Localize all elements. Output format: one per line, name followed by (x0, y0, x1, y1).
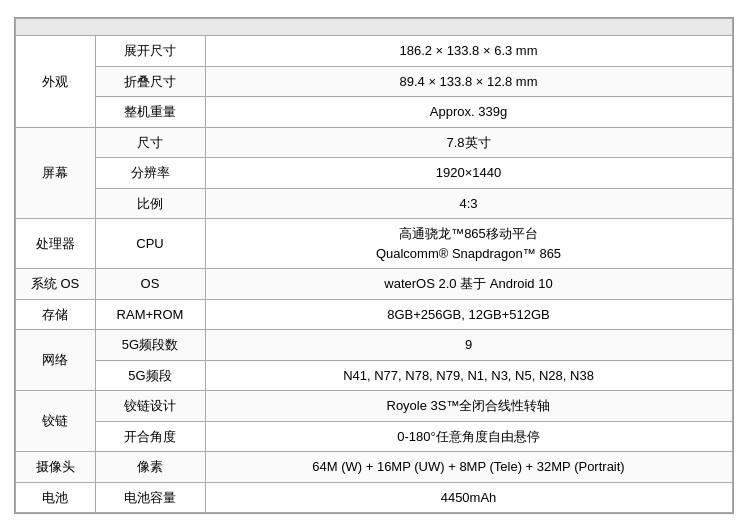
category-cell: 系统 OS (15, 269, 95, 300)
subcategory-cell: 开合角度 (95, 421, 205, 452)
subcategory-cell: 尺寸 (95, 127, 205, 158)
subcategory-cell: 铰链设计 (95, 391, 205, 422)
value-cell: 4450mAh (205, 482, 732, 513)
value-cell: 7.8英寸 (205, 127, 732, 158)
subcategory-cell: 折叠尺寸 (95, 66, 205, 97)
subcategory-cell: 5G频段 (95, 360, 205, 391)
value-cell: 高通骁龙™865移动平台Qualcomm® Snapdragon™ 865 (205, 219, 732, 269)
table-row: 比例4:3 (15, 188, 732, 219)
subcategory-cell: 比例 (95, 188, 205, 219)
category-cell: 屏幕 (15, 127, 95, 219)
subcategory-cell: RAM+ROM (95, 299, 205, 330)
subcategory-cell: 像素 (95, 452, 205, 483)
value-cell: Approx. 339g (205, 97, 732, 128)
category-cell: 电池 (15, 482, 95, 513)
subcategory-cell: 展开尺寸 (95, 36, 205, 67)
table-row: 屏幕尺寸7.8英寸 (15, 127, 732, 158)
table-row: 开合角度0-180°任意角度自由悬停 (15, 421, 732, 452)
table-row: 存储RAM+ROM8GB+256GB, 12GB+512GB (15, 299, 732, 330)
value-cell: 4:3 (205, 188, 732, 219)
table-row: 摄像头像素64M (W) + 16MP (UW) + 8MP (Tele) + … (15, 452, 732, 483)
value-cell: 89.4 × 133.8 × 12.8 mm (205, 66, 732, 97)
value-cell: 1920×1440 (205, 158, 732, 189)
value-cell: waterOS 2.0 基于 Android 10 (205, 269, 732, 300)
table-row: 网络5G频段数9 (15, 330, 732, 361)
category-cell: 存储 (15, 299, 95, 330)
value-cell: 0-180°任意角度自由悬停 (205, 421, 732, 452)
value-cell: 186.2 × 133.8 × 6.3 mm (205, 36, 732, 67)
value-cell: 8GB+256GB, 12GB+512GB (205, 299, 732, 330)
value-cell: N41, N77, N78, N79, N1, N3, N5, N28, N38 (205, 360, 732, 391)
value-cell: Royole 3S™全闭合线性转轴 (205, 391, 732, 422)
value-cell: 9 (205, 330, 732, 361)
table-row: 整机重量Approx. 339g (15, 97, 732, 128)
table-row: 外观展开尺寸186.2 × 133.8 × 6.3 mm (15, 36, 732, 67)
category-cell: 铰链 (15, 391, 95, 452)
spec-table-wrapper: 外观展开尺寸186.2 × 133.8 × 6.3 mm折叠尺寸89.4 × 1… (14, 17, 734, 514)
subcategory-cell: 5G频段数 (95, 330, 205, 361)
table-row: 分辨率1920×1440 (15, 158, 732, 189)
subcategory-cell: CPU (95, 219, 205, 269)
subcategory-cell: 电池容量 (95, 482, 205, 513)
subcategory-cell: OS (95, 269, 205, 300)
value-cell: 64M (W) + 16MP (UW) + 8MP (Tele) + 32MP … (205, 452, 732, 483)
category-cell: 网络 (15, 330, 95, 391)
table-row: 处理器CPU高通骁龙™865移动平台Qualcomm® Snapdragon™ … (15, 219, 732, 269)
table-row: 电池电池容量4450mAh (15, 482, 732, 513)
table-row: 系统 OSOSwaterOS 2.0 基于 Android 10 (15, 269, 732, 300)
subcategory-cell: 整机重量 (95, 97, 205, 128)
category-cell: 摄像头 (15, 452, 95, 483)
spec-table: 外观展开尺寸186.2 × 133.8 × 6.3 mm折叠尺寸89.4 × 1… (15, 18, 733, 513)
table-row: 5G频段N41, N77, N78, N79, N1, N3, N5, N28,… (15, 360, 732, 391)
table-row: 折叠尺寸89.4 × 133.8 × 12.8 mm (15, 66, 732, 97)
category-cell: 处理器 (15, 219, 95, 269)
table-title (15, 19, 732, 36)
category-cell: 外观 (15, 36, 95, 128)
table-row: 铰链铰链设计Royole 3S™全闭合线性转轴 (15, 391, 732, 422)
title-row (15, 19, 732, 36)
subcategory-cell: 分辨率 (95, 158, 205, 189)
